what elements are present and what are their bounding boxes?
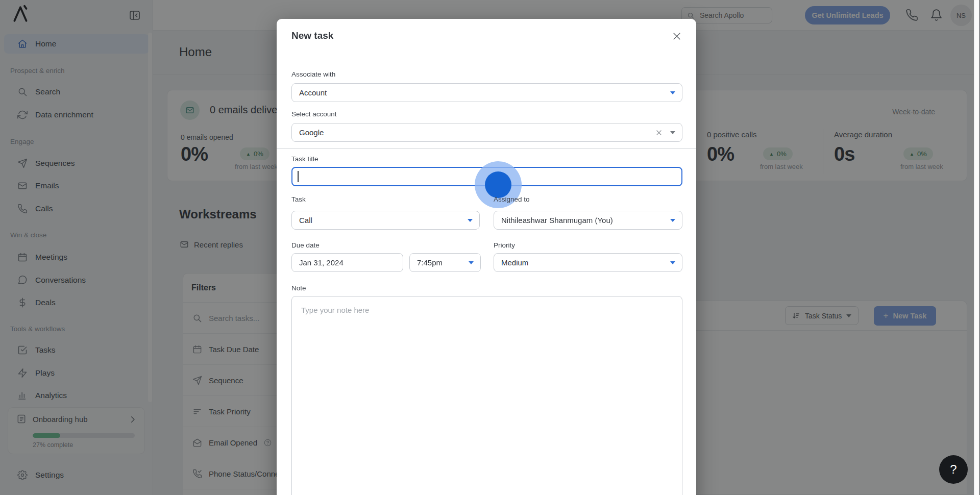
chevron-down-icon <box>670 219 675 222</box>
clear-icon[interactable] <box>655 129 663 136</box>
assigned-to-label: Assigned to <box>494 195 530 203</box>
click-indicator-dot <box>485 171 511 198</box>
new-task-modal: New task Associate with Account Select a… <box>277 19 696 495</box>
chevron-down-icon <box>468 219 473 222</box>
associate-with-select[interactable]: Account <box>291 83 682 102</box>
assigned-to-select[interactable]: Nithileashwar Shanmugam (You) <box>494 211 682 230</box>
modal-divider <box>277 148 696 149</box>
select-account-label: Select account <box>291 110 337 118</box>
task-type-label: Task <box>291 195 306 203</box>
due-date-input[interactable]: Jan 31, 2024 <box>291 253 403 272</box>
due-date-label: Due date <box>291 241 320 249</box>
text-cursor <box>298 171 299 182</box>
note-textarea[interactable]: Type your note here <box>291 296 682 495</box>
chevron-down-icon <box>469 261 474 264</box>
chevron-down-icon <box>670 261 675 264</box>
help-button[interactable]: ? <box>939 455 968 484</box>
page-scrollbar[interactable] <box>974 0 980 495</box>
associate-with-label: Associate with <box>291 70 335 78</box>
task-type-select[interactable]: Call <box>291 211 480 230</box>
chevron-down-icon <box>670 91 675 94</box>
chevron-down-icon <box>670 131 675 134</box>
close-icon[interactable] <box>672 30 684 42</box>
account-select[interactable]: Google <box>291 123 682 142</box>
note-label: Note <box>291 284 306 292</box>
due-time-select[interactable]: 7:45pm <box>409 253 481 272</box>
task-title-label: Task title <box>291 155 318 163</box>
priority-label: Priority <box>494 241 515 249</box>
modal-title: New task <box>291 30 333 41</box>
priority-select[interactable]: Medium <box>494 253 682 272</box>
note-placeholder: Type your note here <box>301 306 369 314</box>
